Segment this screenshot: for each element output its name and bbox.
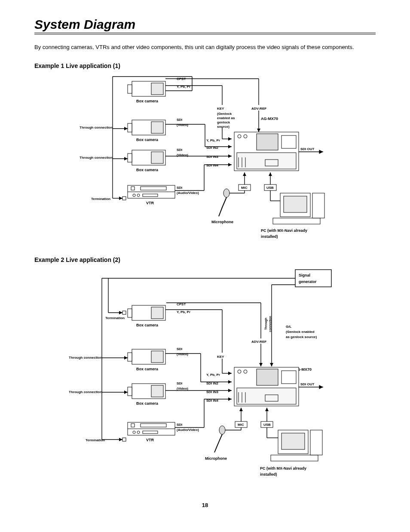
- svg-rect-119: [151, 307, 163, 319]
- pc-icon: PC (with MX-Navi already installed): [260, 427, 322, 477]
- mixer-icon: AG-MX70: [234, 117, 299, 171]
- svg-text:Box camera: Box camera: [136, 138, 159, 142]
- svg-text:SDI: SDI: [177, 118, 182, 122]
- svg-rect-127: [151, 385, 163, 397]
- svg-text:Box camera: Box camera: [136, 99, 159, 103]
- svg-text:G/L: G/L: [286, 325, 291, 329]
- svg-text:ADV-REF: ADV-REF: [251, 340, 266, 344]
- svg-point-84: [223, 189, 229, 197]
- microphone-icon: Microphone: [211, 189, 245, 224]
- svg-rect-5: [128, 123, 132, 132]
- svg-point-187: [219, 426, 225, 434]
- svg-text:Box camera: Box camera: [136, 168, 159, 172]
- svg-text:Microphone: Microphone: [205, 456, 227, 461]
- svg-text:KEY: KEY: [217, 355, 224, 359]
- svg-text:SDI: SDI: [177, 148, 182, 152]
- svg-rect-126: [128, 387, 132, 396]
- page-number: 18: [34, 502, 376, 508]
- svg-rect-1: [128, 85, 132, 93]
- svg-text:installed): installed): [260, 472, 277, 477]
- svg-text:SDI: SDI: [177, 186, 182, 190]
- svg-text:Box camera: Box camera: [136, 401, 159, 406]
- svg-rect-2: [151, 83, 163, 95]
- svg-text:installed): installed): [261, 234, 278, 239]
- svg-text:SDI: SDI: [177, 347, 182, 351]
- svg-text:ADV-REF: ADV-REF: [251, 107, 266, 111]
- svg-text:(Audio/Video): (Audio/Video): [177, 428, 199, 432]
- svg-rect-170: [257, 369, 278, 385]
- diagram-example2: Signal generator Through connection G/L …: [34, 268, 376, 491]
- svg-text:PC (with MX-Navi already: PC (with MX-Navi already: [261, 228, 307, 233]
- svg-text:SDI OUT: SDI OUT: [300, 382, 315, 386]
- svg-text:Through connection: Through connection: [80, 156, 113, 160]
- svg-rect-118: [128, 309, 132, 317]
- svg-rect-67: [257, 134, 278, 150]
- svg-rect-10: [151, 152, 163, 163]
- svg-text:Microphone: Microphone: [211, 220, 233, 224]
- svg-text:Box camera: Box camera: [136, 367, 159, 371]
- pc-icon: PC (with MX-Navi already installed): [261, 191, 324, 239]
- svg-text:generator: generator: [299, 280, 317, 284]
- svg-text:SDI: SDI: [177, 381, 182, 385]
- svg-text:SDI IN3: SDI IN3: [206, 155, 219, 159]
- svg-text:as genlock source): as genlock source): [286, 335, 317, 339]
- box-camera-icon: Box camera Box camera Box camera: [128, 305, 165, 406]
- svg-text:Termination: Termination: [91, 197, 110, 201]
- svg-rect-68: [237, 153, 296, 169]
- svg-rect-89: [284, 196, 307, 212]
- vtr-icon: VTR: [128, 422, 175, 442]
- box-camera-icon: Box camera Box camera Box camera: [128, 81, 165, 172]
- svg-text:MIC: MIC: [238, 423, 244, 427]
- svg-rect-123: [151, 351, 163, 363]
- svg-rect-9: [128, 154, 132, 162]
- svg-text:genlock: genlock: [217, 120, 230, 124]
- svg-text:USB: USB: [263, 423, 271, 427]
- svg-text:(Video): (Video): [177, 123, 188, 127]
- svg-text:VTR: VTR: [146, 201, 154, 205]
- svg-text:Signal: Signal: [299, 273, 310, 277]
- svg-rect-122: [128, 353, 132, 361]
- svg-text:connection: connection: [269, 316, 272, 332]
- svg-text:Termination: Termination: [105, 316, 125, 320]
- svg-text:CPST: CPST: [177, 302, 186, 306]
- svg-text:Termination: Termination: [86, 438, 105, 442]
- svg-text:Box camera: Box camera: [136, 323, 159, 327]
- diagram-example1: Box camera Box camera Box camera VTR CPS…: [34, 74, 376, 246]
- svg-rect-39: [122, 197, 126, 200]
- svg-text:(Video): (Video): [177, 387, 188, 391]
- svg-text:SDI IN4: SDI IN4: [206, 163, 219, 167]
- svg-text:Y, Pb, Pr: Y, Pb, Pr: [206, 373, 220, 377]
- svg-rect-90: [273, 218, 320, 224]
- svg-text:KEY: KEY: [217, 107, 224, 111]
- svg-text:USB: USB: [266, 186, 274, 190]
- svg-text:PC (with MX-Navi already: PC (with MX-Navi already: [260, 466, 306, 470]
- example2-heading: Example 2 Live application (2): [34, 256, 376, 263]
- svg-text:MIC: MIC: [241, 186, 248, 190]
- svg-rect-194: [310, 430, 322, 455]
- svg-text:source): source): [217, 125, 229, 129]
- svg-text:SDI: SDI: [177, 423, 182, 427]
- svg-text:SDI OUT: SDI OUT: [300, 147, 315, 151]
- svg-rect-171: [237, 388, 296, 404]
- svg-rect-193: [271, 455, 318, 461]
- signal-generator-box: Signal generator: [295, 270, 331, 287]
- svg-text:Y, Pb, Pr: Y, Pb, Pr: [177, 310, 190, 314]
- svg-rect-192: [281, 433, 305, 449]
- svg-text:Through connection: Through connection: [69, 356, 102, 360]
- vtr-icon: VTR: [128, 185, 175, 205]
- page-title: System Diagram: [34, 17, 376, 34]
- svg-rect-6: [151, 122, 163, 133]
- svg-text:Through connection: Through connection: [69, 390, 102, 394]
- svg-text:Through connection: Through connection: [80, 126, 113, 129]
- svg-text:(Video): (Video): [177, 352, 188, 356]
- intro-text: By connecting cameras, VTRs and other vi…: [34, 43, 376, 52]
- mixer-icon: AG-MX70: [234, 367, 312, 406]
- svg-text:AG-MX70: AG-MX70: [261, 117, 278, 121]
- svg-rect-96: [295, 270, 331, 287]
- example1-heading: Example 1 Live application (1): [34, 62, 376, 69]
- svg-rect-115: [122, 311, 126, 314]
- svg-text:Through: Through: [264, 317, 268, 329]
- svg-text:enabled as: enabled as: [217, 116, 235, 120]
- microphone-icon: Microphone: [205, 426, 241, 461]
- svg-text:(Genlock: (Genlock: [217, 112, 232, 116]
